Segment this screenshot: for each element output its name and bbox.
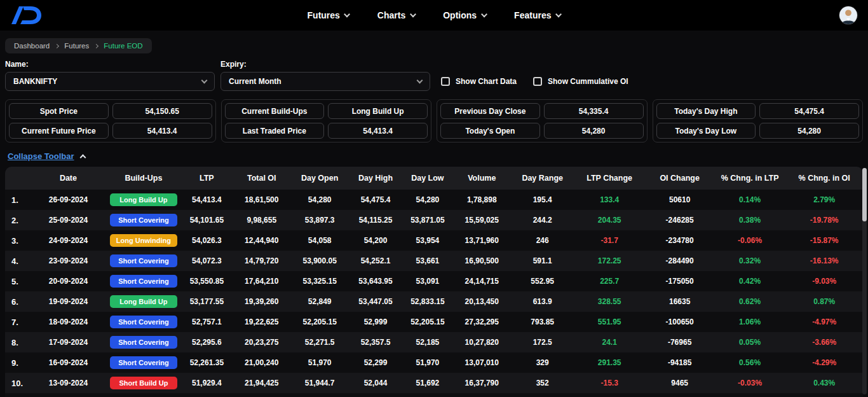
scrollbar-thumb[interactable] xyxy=(862,168,867,221)
cell-date: 24-09-2024 xyxy=(31,230,106,251)
cell-day-low: 52,833.15 xyxy=(403,291,452,312)
table-body: 1.26-09-2024Long Build Up54,413.418,61,5… xyxy=(5,190,863,397)
nav-item-charts[interactable]: Charts xyxy=(377,10,415,20)
cell-buildup: Short Covering xyxy=(106,332,182,352)
cell-oi-change: -94185 xyxy=(645,352,714,373)
card-label: Today's Open xyxy=(440,123,540,139)
user-avatar[interactable] xyxy=(839,6,858,25)
column-header: Volume xyxy=(452,167,511,190)
card-value: 54,413.4 xyxy=(112,123,212,139)
nav-label: Charts xyxy=(377,10,405,20)
row-index: 9. xyxy=(5,352,31,373)
cell-pct-chng-oi: -16.13% xyxy=(785,251,863,271)
cell-buildup: Short Covering xyxy=(106,312,182,332)
card-value: 54,280 xyxy=(544,123,644,139)
cell-day-open: 53,897.3 xyxy=(291,210,348,230)
cell-day-high: 52,999 xyxy=(348,312,402,332)
cell-day-low xyxy=(403,393,452,397)
nav-item-futures[interactable]: Futures xyxy=(308,10,349,20)
cell-pct-chng-ltp: 0.38% xyxy=(714,210,786,230)
cell-day-range: 172.5 xyxy=(511,332,573,352)
cell-day-high xyxy=(348,393,402,397)
buildup-badge: Short Build Up xyxy=(110,377,177,389)
row-index: 7. xyxy=(5,312,31,332)
chevron-down-icon xyxy=(417,78,423,84)
cell-oi-change: -284490 xyxy=(645,251,714,271)
cell-ltp-change: 551.95 xyxy=(574,312,646,332)
summary-cards: Spot Price54,150.65Current Future Price5… xyxy=(5,99,863,143)
cell-pct-chng-oi: -15.87% xyxy=(785,230,863,251)
cell-pct-chng-oi: -4.97% xyxy=(785,312,863,332)
cell-pct-chng-ltp: 0.42% xyxy=(714,271,786,291)
card-label: Today's Day Low xyxy=(656,123,756,139)
cell-total-oi: 9,98,655 xyxy=(233,210,291,230)
cell-ltp-change: 225.7 xyxy=(574,271,646,291)
cell-pct-chng-ltp: 1.06% xyxy=(714,312,786,332)
cell-oi-change: 9465 xyxy=(645,373,714,393)
row-index: 11. xyxy=(5,393,31,397)
cell-volume: 27,32,295 xyxy=(452,312,511,332)
nav-label: Features xyxy=(514,10,551,20)
nav-label: Futures xyxy=(308,10,340,20)
collapse-toolbar-link[interactable]: Collapse Toolbar xyxy=(8,151,85,161)
name-select[interactable]: BANKNIFTY xyxy=(5,72,215,91)
card-label: Spot Price xyxy=(9,103,109,119)
breadcrumb-futures[interactable]: Futures xyxy=(64,42,89,50)
cell-date: 23-09-2024 xyxy=(31,251,106,271)
column-header: % Chng. in OI xyxy=(785,167,863,190)
cell-pct-chng-oi xyxy=(785,393,863,397)
cell-pct-chng-oi: -4.29% xyxy=(785,352,863,373)
table-scrollbar[interactable] xyxy=(862,168,867,394)
chevron-down-icon xyxy=(344,11,350,18)
show-cumulative-oi-checkbox[interactable]: Show Cummulative OI xyxy=(533,77,628,86)
app-logo-icon[interactable] xyxy=(10,5,42,25)
nav-item-options[interactable]: Options xyxy=(443,10,486,20)
nav-item-features[interactable]: Features xyxy=(514,10,560,20)
buildup-badge: Short Covering xyxy=(110,316,177,328)
column-header: % Chng. in LTP xyxy=(714,167,786,190)
cell-buildup: Short Covering xyxy=(106,271,182,291)
cell-day-low: 51,692 xyxy=(403,373,452,393)
column-header: OI Change xyxy=(645,167,714,190)
table-row: 8.17-09-2024Short Covering52,295.620,23,… xyxy=(5,332,863,352)
cell-day-high: 52,044 xyxy=(348,373,402,393)
cell-day-open: 52,849 xyxy=(291,291,348,312)
cell-day-range xyxy=(511,393,573,397)
breadcrumb: Dashboard Futures Future EOD xyxy=(5,38,152,53)
cell-date: 25-09-2024 xyxy=(31,210,106,230)
cell-day-low: 52,205.15 xyxy=(403,312,452,332)
card-label: Today's Day High xyxy=(656,103,756,119)
cell-day-low: 53,954 xyxy=(403,230,452,251)
cell-day-high: 54,475.4 xyxy=(348,190,402,210)
eod-table: DateBuild-UpsLTPTotal OIDay OpenDay High… xyxy=(5,167,863,397)
cell-day-high: 54,200 xyxy=(348,230,402,251)
checkbox-icon[interactable] xyxy=(441,77,450,86)
cell-date: 18-09-2024 xyxy=(31,312,106,332)
cell-day-range: 552.95 xyxy=(511,271,573,291)
cell-day-open: 53,900.05 xyxy=(291,251,348,271)
expiry-select[interactable]: Current Month xyxy=(220,72,430,91)
cell-oi-change: -100650 xyxy=(645,312,714,332)
cell-volume: 24,14,715 xyxy=(452,271,511,291)
cell-buildup xyxy=(106,393,182,397)
breadcrumb-future-eod: Future EOD xyxy=(104,42,142,50)
column-header: Day Range xyxy=(511,167,573,190)
cell-date: 19-09-2024 xyxy=(31,291,106,312)
collapse-toolbar-label: Collapse Toolbar xyxy=(8,151,74,161)
card-label: Last Traded Price xyxy=(225,123,325,139)
cell-pct-chng-oi: 0.87% xyxy=(785,291,863,312)
cell-total-oi: 18,61,500 xyxy=(233,190,291,210)
checkbox-icon[interactable] xyxy=(533,77,542,86)
cell-day-range: 591.1 xyxy=(511,251,573,271)
cell-day-open: 51,970 xyxy=(291,352,348,373)
column-header: Day Open xyxy=(291,167,348,190)
chevron-down-icon xyxy=(481,11,487,18)
cell-day-range: 246 xyxy=(511,230,573,251)
row-index: 10. xyxy=(5,373,31,393)
cell-ltp-change xyxy=(574,393,646,397)
nav-label: Options xyxy=(443,10,477,20)
cell-ltp: 53,550.85 xyxy=(181,271,232,291)
breadcrumb-dashboard[interactable]: Dashboard xyxy=(14,42,50,50)
column-header: Day High xyxy=(348,167,402,190)
show-chart-data-checkbox[interactable]: Show Chart Data xyxy=(441,77,517,86)
